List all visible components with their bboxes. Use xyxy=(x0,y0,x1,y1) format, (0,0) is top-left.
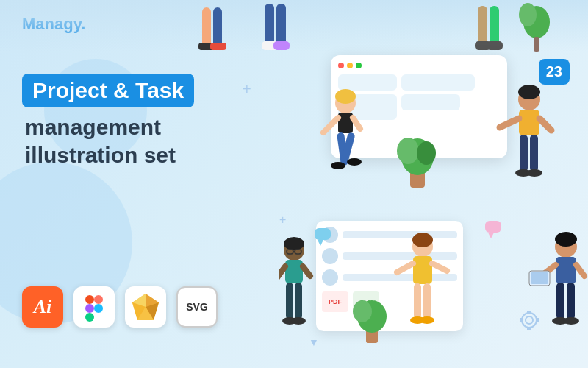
svg-rect-84 xyxy=(85,295,94,304)
svg-rect-44 xyxy=(295,283,302,319)
tool-icons-row: Ai SVG xyxy=(22,286,218,328)
svg-rect-43 xyxy=(286,283,293,319)
svg-line-47 xyxy=(279,266,285,280)
svg-line-23 xyxy=(353,118,360,129)
svg-rect-52 xyxy=(413,256,432,284)
svg-point-77 xyxy=(522,313,537,328)
title-highlight: Project & Task xyxy=(22,74,194,107)
svg-point-35 xyxy=(397,138,419,164)
svg-point-16 xyxy=(335,89,356,104)
svg-rect-82 xyxy=(536,318,539,322)
bottom-scene-svg: ▼ xyxy=(279,206,588,361)
svg-rect-0 xyxy=(202,7,211,48)
svg-rect-73 xyxy=(315,228,331,240)
svg-rect-68 xyxy=(531,272,548,284)
svg-rect-81 xyxy=(520,318,523,322)
ai-tool-icon: Ai xyxy=(22,286,63,328)
svg-point-60 xyxy=(555,232,577,247)
top-scene-svg xyxy=(301,48,581,202)
svg-marker-74 xyxy=(318,240,323,246)
svg-rect-42 xyxy=(285,260,303,283)
svg-point-38 xyxy=(284,237,304,250)
title-sub: management illustration set xyxy=(22,113,272,169)
svg-line-32 xyxy=(539,118,551,130)
svg-line-69 xyxy=(576,265,584,276)
svg-rect-62 xyxy=(556,283,564,319)
svg-rect-75 xyxy=(485,221,501,233)
svg-line-57 xyxy=(397,263,413,272)
svg-rect-87 xyxy=(85,313,94,322)
svg-rect-79 xyxy=(527,311,531,314)
svg-point-36 xyxy=(417,141,436,165)
svg-rect-86 xyxy=(85,304,94,313)
svg-label: SVG xyxy=(186,301,208,313)
svg-rect-85 xyxy=(94,295,103,304)
svg-rect-61 xyxy=(556,257,576,283)
svg-rect-26 xyxy=(519,110,539,135)
svg-point-56 xyxy=(420,316,434,324)
svg-rect-53 xyxy=(414,283,421,319)
svg-point-21 xyxy=(347,158,362,166)
svg-point-51 xyxy=(412,233,433,247)
sketch-svg xyxy=(129,291,162,323)
svg-point-25 xyxy=(518,85,540,99)
svg-text:▼: ▼ xyxy=(309,336,319,348)
figma-svg xyxy=(82,292,106,322)
svg-rect-1 xyxy=(213,7,222,48)
scene-bottom: PDF XLS xyxy=(279,206,588,361)
scene-top: 23 xyxy=(301,48,581,202)
title-area: Project & Task management illustration s… xyxy=(22,74,272,169)
svg-point-88 xyxy=(94,304,103,313)
sketch-tool-icon xyxy=(125,286,166,328)
svg-line-22 xyxy=(323,118,338,132)
svg-rect-17 xyxy=(338,113,353,133)
svg-marker-76 xyxy=(488,233,494,238)
figma-tool-icon xyxy=(74,286,115,328)
svg-point-65 xyxy=(563,317,579,325)
svg-rect-80 xyxy=(527,327,531,330)
svg-line-58 xyxy=(432,263,447,271)
illustrations-area: 23 xyxy=(235,0,588,368)
svg-rect-3 xyxy=(210,43,226,50)
svg-point-46 xyxy=(291,317,306,325)
svg-rect-28 xyxy=(530,135,538,171)
svg-point-78 xyxy=(526,316,533,324)
svg-point-30 xyxy=(526,169,542,177)
svg-point-72 xyxy=(353,300,372,322)
svg-tool-icon: SVG xyxy=(176,286,218,328)
svg-rect-54 xyxy=(423,283,431,319)
svg-line-49 xyxy=(303,266,310,276)
ai-label: Ai xyxy=(34,296,52,318)
svg-rect-27 xyxy=(520,135,528,171)
svg-point-20 xyxy=(331,162,345,169)
svg-rect-63 xyxy=(567,283,575,319)
svg-line-31 xyxy=(500,118,519,127)
